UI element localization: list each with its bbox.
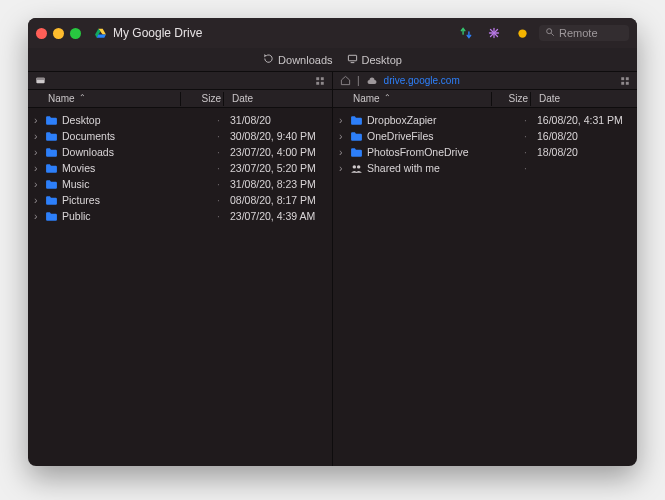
table-row[interactable]: ›Downloads·23/07/20, 4:00 PM bbox=[28, 144, 332, 160]
close-button[interactable] bbox=[36, 28, 47, 39]
folder-icon bbox=[349, 146, 363, 158]
file-size: · bbox=[493, 146, 527, 158]
table-row[interactable]: ›OneDriveFiles·16/08/20 bbox=[333, 128, 637, 144]
sync-icon[interactable] bbox=[455, 22, 477, 44]
svg-marker-2 bbox=[96, 34, 105, 37]
remote-search[interactable]: Remote bbox=[539, 25, 629, 41]
chevron-right-icon[interactable]: › bbox=[34, 210, 44, 222]
table-row[interactable]: ›Movies·23/07/20, 5:20 PM bbox=[28, 160, 332, 176]
left-column-header[interactable]: Name ⌃ Size Date bbox=[28, 90, 332, 108]
col-size: Size bbox=[494, 93, 528, 104]
svg-point-23 bbox=[356, 165, 359, 168]
left-pane: Name ⌃ Size Date ›Desktop·31/08/20›Docum… bbox=[28, 72, 333, 466]
svg-rect-16 bbox=[316, 81, 319, 84]
table-row[interactable]: ›DropboxZapier·16/08/20, 4:31 PM bbox=[333, 112, 637, 128]
col-name: Name bbox=[48, 93, 75, 104]
folder-icon bbox=[44, 178, 58, 190]
status-dot-icon[interactable] bbox=[511, 22, 533, 44]
file-size: · bbox=[493, 162, 527, 174]
folder-icon bbox=[349, 114, 363, 126]
svg-rect-21 bbox=[626, 81, 629, 84]
file-name: PhotosFromOneDrive bbox=[367, 146, 493, 158]
chevron-right-icon[interactable]: › bbox=[34, 146, 44, 158]
titlebar: My Google Drive Remote bbox=[28, 18, 637, 48]
right-column-header[interactable]: Name ⌃ Size Date bbox=[333, 90, 637, 108]
right-path-label[interactable]: drive.google.com bbox=[384, 75, 460, 86]
file-size: · bbox=[182, 114, 220, 126]
chevron-right-icon[interactable]: › bbox=[339, 114, 349, 126]
table-row[interactable]: ›PhotosFromOneDrive·18/08/20 bbox=[333, 144, 637, 160]
table-row[interactable]: ›Pictures·08/08/20, 8:17 PM bbox=[28, 192, 332, 208]
file-name: Desktop bbox=[62, 114, 182, 126]
disk-icon bbox=[34, 75, 46, 87]
chevron-right-icon[interactable]: › bbox=[339, 130, 349, 142]
grid-icon[interactable] bbox=[314, 75, 326, 87]
chevron-right-icon[interactable]: › bbox=[339, 146, 349, 158]
file-date: 18/08/20 bbox=[527, 146, 631, 158]
chevron-right-icon[interactable]: › bbox=[34, 162, 44, 174]
file-name: Pictures bbox=[62, 194, 182, 206]
search-icon bbox=[545, 27, 555, 39]
left-path-bar[interactable] bbox=[28, 72, 332, 90]
file-name: Public bbox=[62, 210, 182, 222]
file-name: Downloads bbox=[62, 146, 182, 158]
svg-rect-19 bbox=[626, 77, 629, 80]
chevron-right-icon[interactable]: › bbox=[34, 194, 44, 206]
asterisk-icon[interactable] bbox=[483, 22, 505, 44]
svg-point-8 bbox=[547, 29, 552, 34]
file-size: · bbox=[182, 194, 220, 206]
svg-point-7 bbox=[518, 29, 526, 37]
file-size: · bbox=[182, 178, 220, 190]
right-pane: | drive.google.com Name ⌃ Size bbox=[333, 72, 637, 466]
file-date: 23/07/20, 4:39 AM bbox=[220, 210, 326, 222]
svg-rect-13 bbox=[36, 78, 44, 80]
desktop-icon bbox=[347, 53, 358, 66]
grid-icon[interactable] bbox=[619, 75, 631, 87]
tab-bar: Downloads Desktop bbox=[28, 48, 637, 72]
svg-line-9 bbox=[551, 33, 554, 36]
home-icon bbox=[339, 75, 351, 87]
right-path-bar[interactable]: | drive.google.com bbox=[333, 72, 637, 90]
file-size: · bbox=[182, 162, 220, 174]
file-date: 23/07/20, 5:20 PM bbox=[220, 162, 326, 174]
file-name: OneDriveFiles bbox=[367, 130, 493, 142]
file-size: · bbox=[182, 210, 220, 222]
table-row[interactable]: ›Shared with me· bbox=[333, 160, 637, 176]
folder-icon bbox=[349, 130, 363, 142]
file-date: 16/08/20, 4:31 PM bbox=[527, 114, 631, 126]
svg-point-22 bbox=[352, 165, 355, 168]
svg-rect-17 bbox=[321, 81, 324, 84]
file-name: DropboxZapier bbox=[367, 114, 493, 126]
table-row[interactable]: ›Desktop·31/08/20 bbox=[28, 112, 332, 128]
chevron-right-icon[interactable]: › bbox=[34, 178, 44, 190]
traffic-lights bbox=[36, 28, 81, 39]
chevron-right-icon[interactable]: › bbox=[34, 114, 44, 126]
file-date: 30/08/20, 9:40 PM bbox=[220, 130, 326, 142]
reload-icon bbox=[263, 53, 274, 66]
col-date: Date bbox=[226, 93, 326, 104]
split-panes: Name ⌃ Size Date ›Desktop·31/08/20›Docum… bbox=[28, 72, 637, 466]
file-name: Movies bbox=[62, 162, 182, 174]
tab-downloads[interactable]: Downloads bbox=[263, 53, 332, 66]
app-window: My Google Drive Remote Downloads bbox=[28, 18, 637, 466]
svg-rect-14 bbox=[316, 77, 319, 80]
maximize-button[interactable] bbox=[70, 28, 81, 39]
table-row[interactable]: ›Public·23/07/20, 4:39 AM bbox=[28, 208, 332, 224]
window-title: My Google Drive bbox=[113, 26, 202, 40]
gdrive-icon bbox=[93, 26, 107, 40]
tab-label: Downloads bbox=[278, 54, 332, 66]
chevron-right-icon[interactable]: › bbox=[339, 162, 349, 174]
chevron-right-icon[interactable]: › bbox=[34, 130, 44, 142]
minimize-button[interactable] bbox=[53, 28, 64, 39]
table-row[interactable]: ›Music·31/08/20, 8:23 PM bbox=[28, 176, 332, 192]
table-row[interactable]: ›Documents·30/08/20, 9:40 PM bbox=[28, 128, 332, 144]
svg-rect-15 bbox=[321, 77, 324, 80]
svg-rect-20 bbox=[621, 81, 624, 84]
folder-icon bbox=[44, 130, 58, 142]
cloud-icon bbox=[366, 75, 378, 87]
file-date: 23/07/20, 4:00 PM bbox=[220, 146, 326, 158]
file-name: Documents bbox=[62, 130, 182, 142]
folder-icon bbox=[44, 194, 58, 206]
folder-icon bbox=[44, 146, 58, 158]
tab-desktop[interactable]: Desktop bbox=[347, 53, 402, 66]
